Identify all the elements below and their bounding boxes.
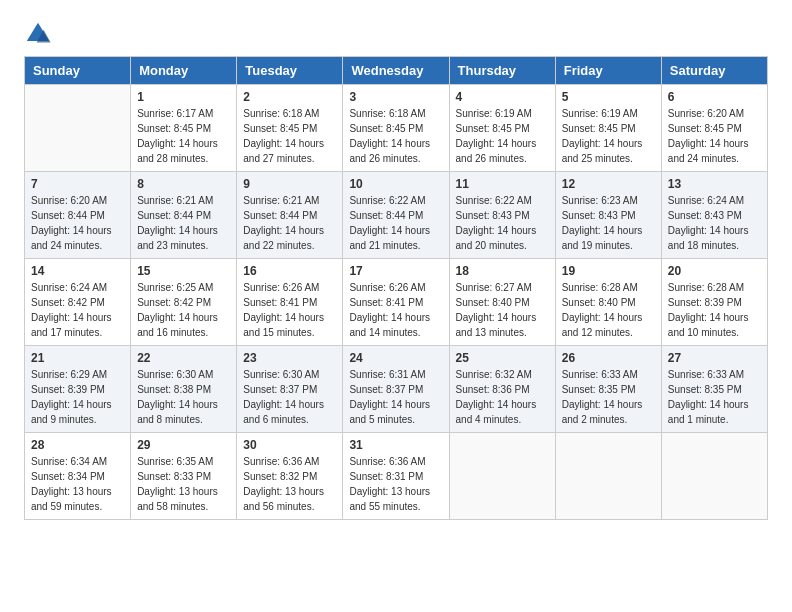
day-info: Sunrise: 6:33 AM Sunset: 8:35 PM Dayligh… (668, 367, 761, 427)
calendar-day-cell (449, 433, 555, 520)
calendar-day-cell: 27Sunrise: 6:33 AM Sunset: 8:35 PM Dayli… (661, 346, 767, 433)
day-number: 26 (562, 351, 655, 365)
day-number: 19 (562, 264, 655, 278)
calendar-day-cell: 6Sunrise: 6:20 AM Sunset: 8:45 PM Daylig… (661, 85, 767, 172)
header-day-monday: Monday (131, 57, 237, 85)
day-number: 25 (456, 351, 549, 365)
calendar-day-cell: 18Sunrise: 6:27 AM Sunset: 8:40 PM Dayli… (449, 259, 555, 346)
header-day-saturday: Saturday (661, 57, 767, 85)
day-number: 6 (668, 90, 761, 104)
calendar-day-cell: 15Sunrise: 6:25 AM Sunset: 8:42 PM Dayli… (131, 259, 237, 346)
day-info: Sunrise: 6:36 AM Sunset: 8:31 PM Dayligh… (349, 454, 442, 514)
day-number: 3 (349, 90, 442, 104)
calendar-day-cell: 3Sunrise: 6:18 AM Sunset: 8:45 PM Daylig… (343, 85, 449, 172)
calendar-day-cell: 1Sunrise: 6:17 AM Sunset: 8:45 PM Daylig… (131, 85, 237, 172)
day-info: Sunrise: 6:32 AM Sunset: 8:36 PM Dayligh… (456, 367, 549, 427)
day-info: Sunrise: 6:18 AM Sunset: 8:45 PM Dayligh… (349, 106, 442, 166)
calendar-day-cell: 19Sunrise: 6:28 AM Sunset: 8:40 PM Dayli… (555, 259, 661, 346)
day-number: 4 (456, 90, 549, 104)
calendar-day-cell (555, 433, 661, 520)
calendar-day-cell: 4Sunrise: 6:19 AM Sunset: 8:45 PM Daylig… (449, 85, 555, 172)
calendar-day-cell: 16Sunrise: 6:26 AM Sunset: 8:41 PM Dayli… (237, 259, 343, 346)
day-number: 27 (668, 351, 761, 365)
day-info: Sunrise: 6:18 AM Sunset: 8:45 PM Dayligh… (243, 106, 336, 166)
day-number: 12 (562, 177, 655, 191)
logo-icon (24, 20, 52, 48)
day-number: 8 (137, 177, 230, 191)
day-info: Sunrise: 6:19 AM Sunset: 8:45 PM Dayligh… (456, 106, 549, 166)
calendar-day-cell: 8Sunrise: 6:21 AM Sunset: 8:44 PM Daylig… (131, 172, 237, 259)
calendar-header-row: SundayMondayTuesdayWednesdayThursdayFrid… (25, 57, 768, 85)
day-info: Sunrise: 6:33 AM Sunset: 8:35 PM Dayligh… (562, 367, 655, 427)
day-number: 11 (456, 177, 549, 191)
day-info: Sunrise: 6:36 AM Sunset: 8:32 PM Dayligh… (243, 454, 336, 514)
day-info: Sunrise: 6:30 AM Sunset: 8:38 PM Dayligh… (137, 367, 230, 427)
day-info: Sunrise: 6:24 AM Sunset: 8:42 PM Dayligh… (31, 280, 124, 340)
calendar-day-cell: 10Sunrise: 6:22 AM Sunset: 8:44 PM Dayli… (343, 172, 449, 259)
day-number: 30 (243, 438, 336, 452)
calendar-day-cell: 23Sunrise: 6:30 AM Sunset: 8:37 PM Dayli… (237, 346, 343, 433)
day-number: 28 (31, 438, 124, 452)
header-day-wednesday: Wednesday (343, 57, 449, 85)
calendar-day-cell: 25Sunrise: 6:32 AM Sunset: 8:36 PM Dayli… (449, 346, 555, 433)
day-info: Sunrise: 6:31 AM Sunset: 8:37 PM Dayligh… (349, 367, 442, 427)
calendar-day-cell: 21Sunrise: 6:29 AM Sunset: 8:39 PM Dayli… (25, 346, 131, 433)
day-info: Sunrise: 6:23 AM Sunset: 8:43 PM Dayligh… (562, 193, 655, 253)
logo (24, 20, 56, 48)
calendar-day-cell: 26Sunrise: 6:33 AM Sunset: 8:35 PM Dayli… (555, 346, 661, 433)
day-info: Sunrise: 6:20 AM Sunset: 8:45 PM Dayligh… (668, 106, 761, 166)
calendar-week-row: 7Sunrise: 6:20 AM Sunset: 8:44 PM Daylig… (25, 172, 768, 259)
day-info: Sunrise: 6:21 AM Sunset: 8:44 PM Dayligh… (137, 193, 230, 253)
calendar-day-cell: 30Sunrise: 6:36 AM Sunset: 8:32 PM Dayli… (237, 433, 343, 520)
calendar-day-cell: 29Sunrise: 6:35 AM Sunset: 8:33 PM Dayli… (131, 433, 237, 520)
calendar-table: SundayMondayTuesdayWednesdayThursdayFrid… (24, 56, 768, 520)
calendar-day-cell: 12Sunrise: 6:23 AM Sunset: 8:43 PM Dayli… (555, 172, 661, 259)
day-info: Sunrise: 6:34 AM Sunset: 8:34 PM Dayligh… (31, 454, 124, 514)
day-info: Sunrise: 6:24 AM Sunset: 8:43 PM Dayligh… (668, 193, 761, 253)
day-info: Sunrise: 6:29 AM Sunset: 8:39 PM Dayligh… (31, 367, 124, 427)
calendar-week-row: 21Sunrise: 6:29 AM Sunset: 8:39 PM Dayli… (25, 346, 768, 433)
calendar-day-cell: 13Sunrise: 6:24 AM Sunset: 8:43 PM Dayli… (661, 172, 767, 259)
calendar-week-row: 28Sunrise: 6:34 AM Sunset: 8:34 PM Dayli… (25, 433, 768, 520)
day-number: 10 (349, 177, 442, 191)
calendar-day-cell: 7Sunrise: 6:20 AM Sunset: 8:44 PM Daylig… (25, 172, 131, 259)
calendar-day-cell: 20Sunrise: 6:28 AM Sunset: 8:39 PM Dayli… (661, 259, 767, 346)
day-number: 5 (562, 90, 655, 104)
day-info: Sunrise: 6:22 AM Sunset: 8:44 PM Dayligh… (349, 193, 442, 253)
calendar-day-cell: 22Sunrise: 6:30 AM Sunset: 8:38 PM Dayli… (131, 346, 237, 433)
day-info: Sunrise: 6:30 AM Sunset: 8:37 PM Dayligh… (243, 367, 336, 427)
day-info: Sunrise: 6:26 AM Sunset: 8:41 PM Dayligh… (243, 280, 336, 340)
day-number: 29 (137, 438, 230, 452)
day-number: 22 (137, 351, 230, 365)
day-info: Sunrise: 6:20 AM Sunset: 8:44 PM Dayligh… (31, 193, 124, 253)
day-number: 9 (243, 177, 336, 191)
day-number: 24 (349, 351, 442, 365)
calendar-day-cell: 28Sunrise: 6:34 AM Sunset: 8:34 PM Dayli… (25, 433, 131, 520)
day-info: Sunrise: 6:17 AM Sunset: 8:45 PM Dayligh… (137, 106, 230, 166)
header-day-friday: Friday (555, 57, 661, 85)
header-day-tuesday: Tuesday (237, 57, 343, 85)
header-day-thursday: Thursday (449, 57, 555, 85)
day-info: Sunrise: 6:27 AM Sunset: 8:40 PM Dayligh… (456, 280, 549, 340)
day-number: 14 (31, 264, 124, 278)
calendar-week-row: 1Sunrise: 6:17 AM Sunset: 8:45 PM Daylig… (25, 85, 768, 172)
calendar-day-cell: 31Sunrise: 6:36 AM Sunset: 8:31 PM Dayli… (343, 433, 449, 520)
day-info: Sunrise: 6:26 AM Sunset: 8:41 PM Dayligh… (349, 280, 442, 340)
day-number: 15 (137, 264, 230, 278)
day-info: Sunrise: 6:35 AM Sunset: 8:33 PM Dayligh… (137, 454, 230, 514)
header-day-sunday: Sunday (25, 57, 131, 85)
day-number: 23 (243, 351, 336, 365)
day-number: 1 (137, 90, 230, 104)
day-info: Sunrise: 6:19 AM Sunset: 8:45 PM Dayligh… (562, 106, 655, 166)
day-number: 31 (349, 438, 442, 452)
calendar-day-cell: 14Sunrise: 6:24 AM Sunset: 8:42 PM Dayli… (25, 259, 131, 346)
day-info: Sunrise: 6:28 AM Sunset: 8:40 PM Dayligh… (562, 280, 655, 340)
day-number: 21 (31, 351, 124, 365)
page-header (24, 20, 768, 48)
calendar-day-cell: 9Sunrise: 6:21 AM Sunset: 8:44 PM Daylig… (237, 172, 343, 259)
calendar-day-cell (661, 433, 767, 520)
day-info: Sunrise: 6:25 AM Sunset: 8:42 PM Dayligh… (137, 280, 230, 340)
calendar-day-cell: 5Sunrise: 6:19 AM Sunset: 8:45 PM Daylig… (555, 85, 661, 172)
calendar-day-cell: 24Sunrise: 6:31 AM Sunset: 8:37 PM Dayli… (343, 346, 449, 433)
day-info: Sunrise: 6:28 AM Sunset: 8:39 PM Dayligh… (668, 280, 761, 340)
